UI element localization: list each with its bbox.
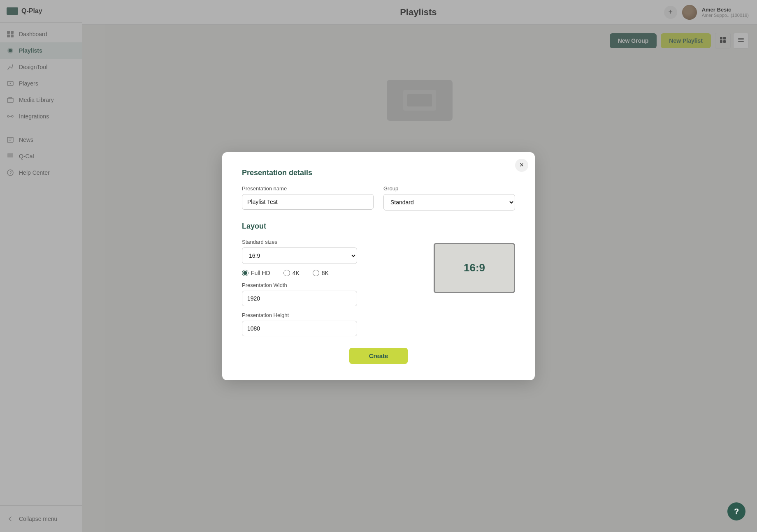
layout-right: 16:9: [434, 239, 515, 293]
new-playlist-modal: × Presentation details Presentation name…: [222, 152, 535, 380]
modal-footer: Create: [242, 348, 515, 364]
standard-sizes-label: Standard sizes: [242, 239, 424, 245]
group-label: Group: [383, 185, 515, 192]
standard-sizes-group: Standard sizes 16:9 9:16 4:3 1:1: [242, 239, 424, 264]
name-field-group: Presentation name: [242, 185, 374, 210]
standard-sizes-select[interactable]: 16:9 9:16 4:3 1:1: [242, 247, 357, 264]
8k-radio-label[interactable]: 8K: [313, 270, 329, 276]
resolution-radio-group: Full HD 4K 8K: [242, 270, 424, 276]
presentation-details-row: Presentation name Group Standard Group 1…: [242, 185, 515, 210]
width-input[interactable]: [242, 291, 357, 306]
name-label: Presentation name: [242, 185, 374, 192]
create-button[interactable]: Create: [349, 348, 408, 364]
height-label: Presentation Height: [242, 312, 424, 318]
layout-left: Standard sizes 16:9 9:16 4:3 1:1 Full HD: [242, 239, 424, 336]
resolution-preview: 16:9: [434, 243, 515, 293]
width-field-group: Presentation Width: [242, 282, 424, 306]
modal-close-button[interactable]: ×: [515, 159, 528, 172]
4k-radio[interactable]: [283, 270, 290, 276]
layout-row: Standard sizes 16:9 9:16 4:3 1:1 Full HD: [242, 239, 515, 336]
group-select[interactable]: Standard Group 1 Group 2: [383, 194, 515, 210]
4k-radio-text: 4K: [293, 270, 300, 276]
name-input[interactable]: [242, 194, 374, 210]
height-input[interactable]: [242, 321, 357, 336]
height-field-group: Presentation Height: [242, 312, 424, 336]
modal-overlay: × Presentation details Presentation name…: [0, 0, 757, 532]
resolution-preview-label: 16:9: [464, 261, 485, 274]
help-button[interactable]: ?: [727, 502, 745, 520]
8k-radio-text: 8K: [322, 270, 329, 276]
fullhd-radio-label[interactable]: Full HD: [242, 270, 270, 276]
4k-radio-label[interactable]: 4K: [283, 270, 300, 276]
8k-radio[interactable]: [313, 270, 319, 276]
fullhd-radio[interactable]: [242, 270, 248, 276]
layout-title: Layout: [242, 222, 515, 231]
width-label: Presentation Width: [242, 282, 424, 288]
group-field-group: Group Standard Group 1 Group 2: [383, 185, 515, 210]
presentation-details-title: Presentation details: [242, 169, 515, 177]
fullhd-radio-text: Full HD: [251, 270, 270, 276]
